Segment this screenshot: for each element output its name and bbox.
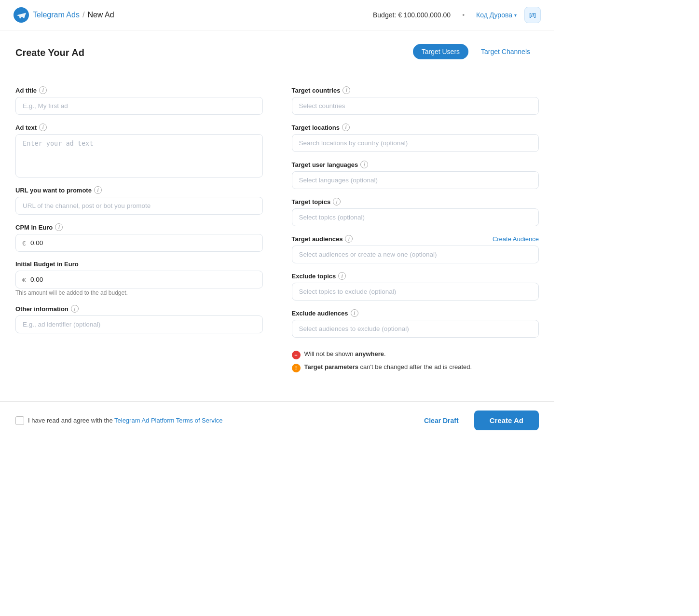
- cpm-label: CPM in Euro i: [15, 223, 263, 231]
- tos-link[interactable]: Telegram Ad Platform Terms of Service: [114, 417, 222, 424]
- target-topics-input[interactable]: [292, 208, 539, 226]
- notice-orange-icon: !: [292, 364, 301, 372]
- other-info-label: Other information i: [15, 305, 263, 313]
- ad-text-label: Ad text i: [15, 123, 263, 131]
- cpm-label-text: CPM in Euro: [15, 224, 53, 231]
- form-header: Create Your Ad Target Users Target Chann…: [15, 44, 539, 73]
- ad-text-group: Ad text i: [15, 123, 263, 178]
- ad-title-info-icon[interactable]: i: [39, 86, 47, 94]
- ad-title-group: Ad title i: [15, 86, 263, 115]
- user-name: Код Дурова: [476, 11, 512, 19]
- target-locations-label-text: Target locations: [292, 124, 340, 131]
- avatar-button[interactable]: [//]: [524, 7, 541, 23]
- breadcrumb-separator: /: [82, 11, 84, 19]
- main-content: Create Your Ad Target Users Target Chann…: [0, 30, 554, 386]
- notice-row-1: − Will not be shown anywhere.: [292, 350, 539, 359]
- other-info-input[interactable]: [15, 315, 263, 333]
- footer-bar: I have read and agree with the Telegram …: [0, 401, 554, 439]
- target-audiences-label-row: Target audiences i Create Audience: [292, 235, 539, 243]
- exclude-audiences-input[interactable]: [292, 320, 539, 338]
- exclude-audiences-label: Exclude audiences i: [292, 309, 539, 317]
- create-ad-button[interactable]: Create Ad: [474, 411, 539, 430]
- url-label-text: URL you want to promote: [15, 187, 92, 194]
- user-menu[interactable]: Код Дурова ▾: [476, 11, 517, 19]
- ad-text-info-icon[interactable]: i: [39, 123, 47, 131]
- exclude-topics-input[interactable]: [292, 283, 539, 301]
- app-header: Telegram Ads / New Ad Budget: € 100,000,…: [0, 0, 554, 30]
- cpm-info-icon[interactable]: i: [55, 223, 63, 231]
- exclude-topics-group: Exclude topics i: [292, 272, 539, 301]
- notice-2-text: Target parameters can't be changed after…: [304, 363, 472, 370]
- ad-text-label-text: Ad text: [15, 124, 37, 131]
- target-topics-group: Target topics i: [292, 198, 539, 226]
- target-countries-info-icon[interactable]: i: [343, 86, 350, 94]
- header-left: Telegram Ads / New Ad: [14, 7, 114, 23]
- other-info-group: Other information i: [15, 305, 263, 333]
- right-column: Target countries i Target locations i Ta…: [292, 86, 539, 372]
- other-info-icon[interactable]: i: [71, 305, 79, 313]
- url-group: URL you want to promote i: [15, 186, 263, 215]
- exclude-topics-label: Exclude topics i: [292, 272, 539, 280]
- cpm-group: CPM in Euro i €: [15, 223, 263, 252]
- target-languages-group: Target user languages i: [292, 161, 539, 189]
- target-locations-input[interactable]: [292, 134, 539, 152]
- initial-budget-input[interactable]: [15, 271, 263, 288]
- target-audiences-info-icon[interactable]: i: [345, 235, 353, 243]
- initial-budget-group: Initial Budget in Euro € This amount wil…: [15, 260, 263, 296]
- breadcrumb-current-page: New Ad: [87, 11, 114, 19]
- cpm-euro-symbol: €: [22, 239, 26, 246]
- page-title: Create Your Ad: [15, 47, 84, 58]
- tab-target-users[interactable]: Target Users: [413, 44, 468, 59]
- ad-title-input[interactable]: [15, 97, 263, 115]
- chevron-down-icon: ▾: [514, 13, 517, 18]
- exclude-topics-info-icon[interactable]: i: [338, 272, 346, 280]
- initial-budget-input-wrap: €: [15, 271, 263, 288]
- clear-draft-button[interactable]: Clear Draft: [416, 412, 466, 429]
- tos-text: I have read and agree with the Telegram …: [28, 417, 222, 424]
- other-info-label-text: Other information: [15, 305, 69, 313]
- header-right: Budget: € 100,000,000.00 • Код Дурова ▾ …: [373, 7, 541, 23]
- target-languages-label-text: Target user languages: [292, 161, 358, 168]
- target-languages-input[interactable]: [292, 171, 539, 189]
- notice-red-icon: −: [292, 351, 301, 359]
- tos-checkbox[interactable]: [15, 416, 24, 425]
- exclude-audiences-group: Exclude audiences i: [292, 309, 539, 338]
- breadcrumb-app-link[interactable]: Telegram Ads: [33, 11, 80, 19]
- url-label: URL you want to promote i: [15, 186, 263, 194]
- ad-title-label-text: Ad title: [15, 87, 37, 94]
- target-languages-label: Target user languages i: [292, 161, 539, 168]
- tos-checkbox-wrap: I have read and agree with the Telegram …: [15, 416, 222, 425]
- ad-text-input[interactable]: [15, 134, 263, 178]
- header-divider: •: [462, 11, 465, 19]
- target-countries-input[interactable]: [292, 97, 539, 115]
- target-languages-info-icon[interactable]: i: [360, 161, 368, 168]
- left-column: Ad title i Ad text i URL you want to pro…: [15, 86, 263, 372]
- target-locations-info-icon[interactable]: i: [342, 123, 350, 131]
- url-input[interactable]: [15, 197, 263, 215]
- initial-budget-helper: This amount will be added to the ad budg…: [15, 289, 263, 296]
- telegram-logo-icon: [14, 7, 29, 23]
- budget-amount: € 100,000,000.00: [398, 11, 451, 19]
- target-audiences-group: Target audiences i Create Audience: [292, 235, 539, 263]
- footer-left: I have read and agree with the Telegram …: [15, 416, 222, 425]
- initial-budget-label-text: Initial Budget in Euro: [15, 260, 79, 268]
- initial-budget-euro-symbol: €: [22, 276, 26, 283]
- target-audiences-label-text: Target audiences: [292, 235, 343, 243]
- target-audiences-label: Target audiences i: [292, 235, 353, 243]
- cpm-input-wrap: €: [15, 234, 263, 252]
- target-topics-label: Target topics i: [292, 198, 539, 205]
- create-audience-link[interactable]: Create Audience: [493, 235, 539, 243]
- exclude-topics-label-text: Exclude topics: [292, 273, 336, 280]
- form-layout: Ad title i Ad text i URL you want to pro…: [15, 86, 539, 372]
- exclude-audiences-info-icon[interactable]: i: [351, 309, 358, 317]
- notice-row-2: ! Target parameters can't be changed aft…: [292, 363, 539, 372]
- target-locations-label: Target locations i: [292, 123, 539, 131]
- url-info-icon[interactable]: i: [94, 186, 102, 194]
- target-audiences-input[interactable]: [292, 246, 539, 263]
- notice-1-text: Will not be shown anywhere.: [304, 350, 386, 357]
- cpm-input[interactable]: [15, 234, 263, 252]
- target-locations-group: Target locations i: [292, 123, 539, 152]
- tab-target-channels[interactable]: Target Channels: [472, 44, 539, 59]
- initial-budget-label: Initial Budget in Euro: [15, 260, 263, 268]
- target-topics-info-icon[interactable]: i: [333, 198, 341, 205]
